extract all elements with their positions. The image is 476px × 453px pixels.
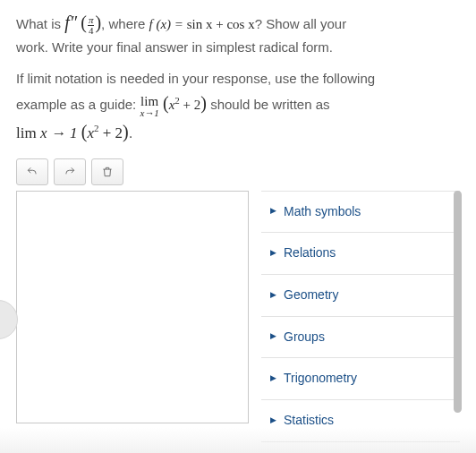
x-arrow-1: x → 1 <box>40 124 81 141</box>
period: . <box>129 124 133 141</box>
f-double-prime: f″ <box>64 13 77 32</box>
question-block: What is f″ (π4), where f (x) = sin x + c… <box>16 9 460 146</box>
palette-label: Relations <box>284 244 336 263</box>
redo-icon <box>64 166 76 178</box>
paren-open: ( <box>81 13 87 32</box>
limit-stack: lim x→1 <box>140 95 158 118</box>
side-nav-ghost <box>0 300 18 339</box>
palette-label: Trigonometry <box>284 369 357 389</box>
symbol-palette: ▶Math symbols ▶Relations ▶Geometry ▶Grou… <box>261 191 460 454</box>
palette-groups[interactable]: ▶Groups <box>261 317 460 359</box>
x: x <box>87 124 94 141</box>
chevron-right-icon: ▶ <box>270 330 276 343</box>
trash-icon <box>101 166 114 178</box>
editor-toolbar <box>16 158 460 185</box>
answer-editor[interactable] <box>16 191 249 423</box>
text: example as a guide: <box>16 97 140 112</box>
chevron-right-icon: ▶ <box>270 415 276 427</box>
sin-cos: sin x + cos x <box>187 17 255 31</box>
paren: ) <box>200 93 207 113</box>
palette-label: Groups <box>284 328 325 347</box>
paren: ) <box>123 122 129 141</box>
question-line-5: lim x → 1 (x2 + 2). <box>16 118 460 146</box>
palette-label: Math symbols <box>284 202 361 222</box>
plus-2: + 2 <box>180 98 200 112</box>
delete-button[interactable] <box>91 158 123 185</box>
undo-icon <box>26 166 38 178</box>
question-line-3: If limit notation is needed in your resp… <box>16 68 460 89</box>
chevron-right-icon: ▶ <box>270 205 276 218</box>
chevron-right-icon: ▶ <box>270 372 276 385</box>
question-line-4: example as a guide: lim x→1 (x2 + 2) sho… <box>16 90 460 118</box>
palette-scrollbar[interactable] <box>454 191 462 413</box>
text: should be written as <box>210 97 329 112</box>
editor-row: ▶Math symbols ▶Relations ▶Geometry ▶Grou… <box>16 191 460 454</box>
palette-math-symbols[interactable]: ▶Math symbols <box>261 191 460 234</box>
undo-button[interactable] <box>16 158 48 185</box>
plus-2: + 2 <box>98 124 123 141</box>
palette-relations[interactable]: ▶Relations <box>261 233 460 275</box>
bottom-fade <box>0 428 476 453</box>
palette-label: Geometry <box>284 286 338 305</box>
question-line-1: What is f″ (π4), where f (x) = sin x + c… <box>16 9 460 37</box>
text: What is <box>16 16 64 31</box>
redo-button[interactable] <box>54 158 86 185</box>
text: where <box>108 16 149 31</box>
lim: lim <box>16 124 40 141</box>
fx-eq: f (x) = <box>149 17 186 31</box>
chevron-right-icon: ▶ <box>270 289 276 302</box>
text: ? Show all your <box>255 16 347 31</box>
paren: ( <box>163 93 169 113</box>
palette-trigonometry[interactable]: ▶Trigonometry <box>261 358 460 400</box>
question-line-2: work. Write your final answer in simples… <box>16 37 460 57</box>
palette-geometry[interactable]: ▶Geometry <box>261 275 460 317</box>
chevron-right-icon: ▶ <box>270 247 276 260</box>
pi-over-4: π4 <box>88 15 95 36</box>
